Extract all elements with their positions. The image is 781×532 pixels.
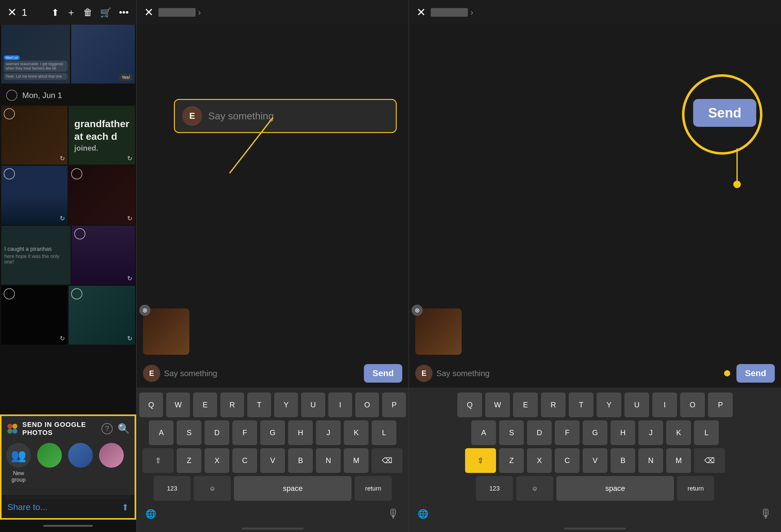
shift-key-right[interactable]: ⇧ bbox=[465, 448, 496, 473]
key-z-mid[interactable]: Z bbox=[177, 448, 201, 473]
share-to-text[interactable]: Share to... bbox=[7, 502, 47, 512]
key-q-mid[interactable]: Q bbox=[139, 393, 163, 417]
contact-avatar-1[interactable] bbox=[37, 443, 62, 468]
key-r-right[interactable]: R bbox=[541, 393, 566, 417]
right-input[interactable]: Say something bbox=[436, 369, 720, 378]
key-g-mid[interactable]: G bbox=[260, 420, 285, 445]
contact-avatar-2[interactable] bbox=[68, 443, 93, 468]
key-h-mid[interactable]: H bbox=[288, 420, 313, 445]
photo-thumb-avatar[interactable]: ↻ bbox=[72, 226, 135, 284]
select-circle-6[interactable] bbox=[71, 288, 82, 299]
key-y-right[interactable]: Y bbox=[597, 393, 621, 417]
key-a-right[interactable]: A bbox=[471, 420, 496, 445]
space-key-right[interactable]: space bbox=[557, 476, 674, 501]
add-icon[interactable]: ＋ bbox=[67, 6, 76, 19]
contact-2[interactable] bbox=[68, 443, 93, 483]
key-v-mid[interactable]: V bbox=[260, 448, 285, 473]
key-x-mid[interactable]: X bbox=[205, 448, 229, 473]
key-e-mid[interactable]: E bbox=[193, 393, 217, 417]
key-k-mid[interactable]: K bbox=[344, 420, 369, 445]
right-send-button[interactable]: Send bbox=[736, 364, 775, 383]
key-s-mid[interactable]: S bbox=[177, 420, 201, 445]
key-x-right[interactable]: X bbox=[527, 448, 552, 473]
photo-thumb-dog2[interactable]: ↻ bbox=[69, 166, 135, 225]
share-icon[interactable]: ⬆ bbox=[51, 7, 59, 18]
emoji-key-mid[interactable]: ☺ bbox=[194, 476, 231, 501]
key-k-right[interactable]: K bbox=[666, 420, 691, 445]
key-m-mid[interactable]: M bbox=[344, 448, 369, 473]
contact-avatar-3[interactable] bbox=[99, 443, 124, 468]
key-y-mid[interactable]: Y bbox=[274, 393, 298, 417]
key-n-mid[interactable]: N bbox=[316, 448, 341, 473]
key-d-mid[interactable]: D bbox=[205, 420, 229, 445]
key-a-mid[interactable]: A bbox=[149, 420, 174, 445]
right-close-button[interactable]: ✕ bbox=[416, 6, 426, 19]
message-input-highlighted[interactable]: E Say something bbox=[174, 99, 397, 133]
key-i-mid[interactable]: I bbox=[328, 393, 352, 417]
new-group-button[interactable]: 👥 bbox=[6, 443, 31, 468]
select-circle-3[interactable] bbox=[71, 168, 82, 179]
photo-thumb-chat2[interactable]: I caught a piranhas here hope it was the… bbox=[1, 226, 71, 284]
key-i-right[interactable]: I bbox=[652, 393, 677, 417]
photo-thumb-eye[interactable]: ↻ bbox=[1, 286, 68, 345]
photo-thumb-water[interactable]: ↻ bbox=[69, 286, 135, 345]
num-key-mid[interactable]: 123 bbox=[154, 476, 191, 501]
key-l-right[interactable]: L bbox=[694, 420, 719, 445]
select-circle-4[interactable] bbox=[74, 228, 85, 239]
help-icon[interactable]: ? bbox=[101, 423, 113, 434]
backspace-key-mid[interactable]: ⌫ bbox=[372, 448, 403, 473]
key-o-mid[interactable]: O bbox=[355, 393, 379, 417]
more-icon[interactable]: ••• bbox=[119, 7, 129, 17]
key-f-right[interactable]: F bbox=[555, 420, 580, 445]
key-c-mid[interactable]: C bbox=[232, 448, 257, 473]
photo-thumb-lake[interactable]: ↻ bbox=[1, 166, 68, 225]
key-j-right[interactable]: J bbox=[639, 420, 663, 445]
share-to-icon[interactable]: ⬆ bbox=[122, 502, 129, 513]
date-select-circle[interactable] bbox=[6, 90, 17, 101]
key-u-right[interactable]: U bbox=[624, 393, 649, 417]
middle-close-button[interactable]: ✕ bbox=[144, 6, 154, 19]
key-o-right[interactable]: O bbox=[680, 393, 705, 417]
space-key-mid[interactable]: space bbox=[234, 476, 352, 501]
return-key-right[interactable]: return bbox=[677, 476, 714, 501]
mic-icon-right[interactable]: 🎙 bbox=[760, 507, 772, 521]
photo-thumb-game-top[interactable]: Yes! bbox=[71, 25, 135, 84]
backspace-key-right[interactable]: ⌫ bbox=[694, 448, 725, 473]
key-m-right[interactable]: M bbox=[666, 448, 691, 473]
key-z-right[interactable]: Z bbox=[499, 448, 524, 473]
key-p-mid[interactable]: P bbox=[382, 393, 406, 417]
close-button[interactable]: ✕ bbox=[7, 6, 17, 19]
globe-icon-mid[interactable]: 🌐 bbox=[146, 509, 156, 519]
return-key-mid[interactable]: return bbox=[355, 476, 392, 501]
contact-3[interactable] bbox=[99, 443, 124, 483]
key-f-mid[interactable]: F bbox=[232, 420, 257, 445]
globe-icon-right[interactable]: 🌐 bbox=[418, 509, 428, 519]
key-w-mid[interactable]: W bbox=[166, 393, 190, 417]
key-w-right[interactable]: W bbox=[485, 393, 510, 417]
select-circle-1[interactable] bbox=[4, 108, 15, 119]
shift-key-mid[interactable]: ⇧ bbox=[142, 448, 174, 473]
key-r-mid[interactable]: R bbox=[220, 393, 244, 417]
key-p-right[interactable]: P bbox=[708, 393, 733, 417]
key-h-right[interactable]: H bbox=[611, 420, 635, 445]
select-circle-2[interactable] bbox=[4, 168, 15, 179]
photo-thumb-text[interactable]: grandfather at each d joined. ↻ bbox=[69, 106, 135, 165]
key-c-right[interactable]: C bbox=[555, 448, 580, 473]
middle-send-button[interactable]: Send bbox=[364, 364, 402, 383]
key-t-right[interactable]: T bbox=[569, 393, 593, 417]
key-b-mid[interactable]: B bbox=[288, 448, 313, 473]
key-e-right[interactable]: E bbox=[513, 393, 538, 417]
key-v-right[interactable]: V bbox=[583, 448, 607, 473]
key-s-right[interactable]: S bbox=[499, 420, 524, 445]
remove-attachment-middle[interactable]: ⊗ bbox=[139, 305, 150, 316]
cart-icon[interactable]: 🛒 bbox=[100, 7, 111, 18]
right-send-button-highlighted[interactable]: Send bbox=[693, 99, 756, 127]
delete-icon[interactable]: 🗑 bbox=[83, 7, 92, 17]
new-group-contact[interactable]: 👥 New group bbox=[6, 443, 31, 483]
key-d-right[interactable]: D bbox=[527, 420, 552, 445]
key-b-right[interactable]: B bbox=[611, 448, 635, 473]
mic-icon-mid[interactable]: 🎙 bbox=[387, 507, 400, 521]
contact-1[interactable] bbox=[37, 443, 62, 483]
key-u-mid[interactable]: U bbox=[301, 393, 325, 417]
select-circle-5[interactable] bbox=[4, 288, 15, 299]
